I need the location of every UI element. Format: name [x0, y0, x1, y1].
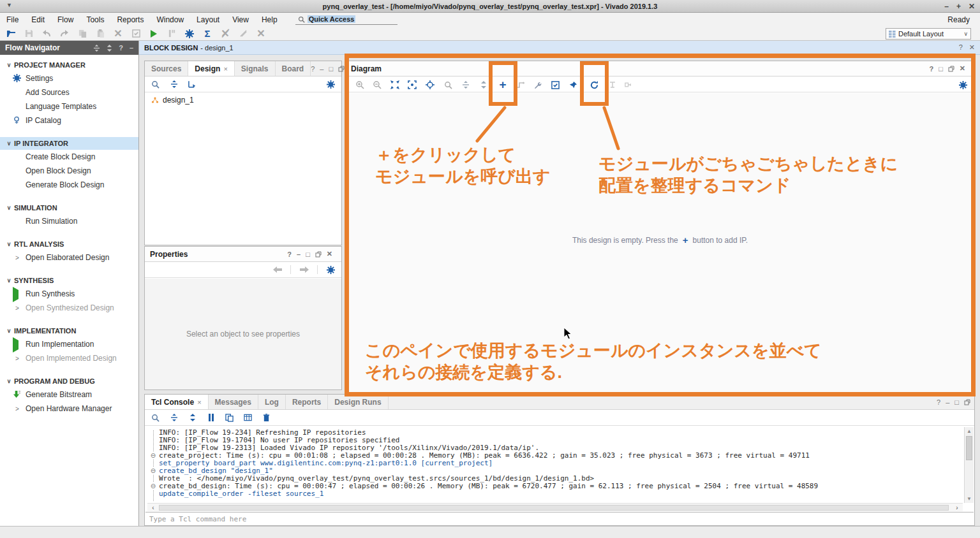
section-project-manager[interactable]: ∨ PROJECT MANAGER	[0, 59, 138, 71]
paste-icon[interactable]	[94, 28, 106, 40]
copy-icon[interactable]	[224, 412, 235, 423]
float-panel-icon[interactable]	[338, 66, 345, 72]
float-panel-icon[interactable]	[964, 399, 970, 405]
cancel-run-icon[interactable]: ✕̸	[219, 28, 231, 40]
close-tab-icon[interactable]: ×	[197, 398, 201, 406]
regenerate-layout-icon[interactable]	[588, 78, 600, 91]
tab-design[interactable]: Design×	[188, 61, 234, 76]
autofit-target-icon[interactable]	[424, 78, 436, 91]
collapse-node-icon[interactable]: ⊖	[149, 483, 157, 490]
maximize-panel-icon[interactable]: □	[939, 65, 943, 73]
tcl-command-input[interactable]	[145, 513, 974, 525]
help-icon[interactable]: ?	[287, 251, 292, 258]
delete-icon[interactable]: ✕	[112, 28, 124, 40]
minimize-panel-icon[interactable]: –	[297, 251, 301, 258]
interface-icon[interactable]	[606, 78, 619, 91]
expand-all-icon[interactable]	[187, 412, 198, 423]
maximize-panel-icon[interactable]: □	[954, 398, 959, 406]
port-icon[interactable]	[622, 78, 635, 91]
section-simulation[interactable]: ∨ SIMULATION	[0, 201, 138, 214]
zoom-fit-icon[interactable]	[389, 78, 401, 91]
run-icon[interactable]	[148, 28, 160, 40]
section-program-and-debug[interactable]: ∨ PROGRAM AND DEBUG	[0, 375, 138, 388]
collapse-all-icon[interactable]	[168, 79, 179, 90]
sidebar-item-run-synthesis[interactable]: Run Synthesis	[0, 287, 138, 301]
layout-selector[interactable]: Default Layout ∨	[886, 28, 971, 40]
sidebar-item-open-elaborated-design[interactable]: > Open Elaborated Design	[0, 251, 138, 265]
collapse-all-icon[interactable]	[93, 45, 100, 52]
help-icon[interactable]: ?	[929, 65, 933, 73]
search-icon[interactable]	[442, 78, 454, 91]
scrollbar-thumb[interactable]	[159, 505, 949, 511]
sidebar-item-ip-catalog[interactable]: IP Catalog	[0, 113, 138, 127]
minimize-panel-icon[interactable]: –	[946, 398, 949, 406]
customize-wrench-icon[interactable]	[531, 78, 544, 91]
close-icon[interactable]: ✕	[969, 43, 975, 52]
tab-messages[interactable]: Messages	[209, 395, 258, 409]
tab-sources[interactable]: Sources	[145, 61, 188, 76]
scroll-up-icon[interactable]: ▲	[965, 428, 974, 434]
search-icon[interactable]	[150, 412, 161, 423]
section-ip-integrator[interactable]: ∨ IP INTEGRATOR	[0, 137, 138, 150]
sidebar-item-add-sources[interactable]: Add Sources	[0, 85, 138, 99]
clear-trash-icon[interactable]	[261, 412, 272, 423]
sidebar-item-generate-block-design[interactable]: Generate Block Design	[0, 178, 138, 192]
validate-design-icon[interactable]	[549, 78, 561, 91]
gear-icon[interactable]	[325, 79, 336, 90]
route-icon[interactable]	[514, 78, 526, 91]
pin-icon[interactable]	[567, 78, 579, 91]
report-sigma-icon[interactable]: Σ	[202, 28, 213, 40]
pause-output-icon[interactable]	[205, 412, 216, 423]
scrollbar-thumb[interactable]	[966, 436, 972, 460]
table-view-icon[interactable]	[242, 412, 253, 423]
help-icon[interactable]: ?	[937, 398, 940, 406]
menu-view[interactable]: View	[226, 13, 255, 27]
close-icon[interactable]: ✕	[960, 64, 965, 73]
menu-edit[interactable]: Edit	[25, 13, 51, 27]
close-window-icon[interactable]: ✕	[969, 2, 975, 11]
help-icon[interactable]: ?	[119, 44, 123, 52]
validate-icon[interactable]	[130, 28, 142, 40]
forward-arrow-icon[interactable]	[299, 265, 309, 275]
gear-icon[interactable]	[325, 265, 336, 275]
settings-gear-icon[interactable]	[184, 28, 195, 40]
maximize-window-icon[interactable]: +	[956, 2, 961, 11]
sidebar-item-open-synthesized-design[interactable]: > Open Synthesized Design	[0, 301, 138, 315]
sidebar-item-create-block-design[interactable]: Create Block Design	[0, 150, 138, 164]
minimize-panel-icon[interactable]: –	[320, 65, 323, 73]
collapse-node-icon[interactable]: ⊖	[149, 452, 157, 460]
help-icon[interactable]: ?	[311, 65, 315, 73]
menu-reports[interactable]: Reports	[110, 13, 150, 27]
float-panel-icon[interactable]	[948, 66, 954, 72]
sidebar-item-open-implemented-design[interactable]: > Open Implemented Design	[0, 351, 138, 365]
tab-log[interactable]: Log	[258, 395, 286, 409]
section-rtl-analysis[interactable]: ∨ RTL ANALYSIS	[0, 238, 138, 251]
scroll-left-icon[interactable]: ‹	[147, 504, 159, 511]
scroll-down-icon[interactable]: ▼	[965, 496, 974, 502]
tab-tcl-console[interactable]: Tcl Console×	[145, 395, 209, 409]
horizontal-scrollbar[interactable]: ‹ ›	[147, 503, 963, 511]
zoom-in-icon[interactable]	[353, 78, 366, 91]
maximize-panel-icon[interactable]: □	[306, 251, 310, 258]
link-icon[interactable]	[237, 28, 249, 40]
quick-access-search[interactable]: Quick Access	[295, 15, 397, 25]
sidebar-item-generate-bitstream[interactable]: Generate Bitstream	[0, 388, 138, 402]
zoom-to-selection-icon[interactable]	[406, 78, 419, 91]
sidebar-item-language-templates[interactable]: Language Templates	[0, 99, 138, 113]
tab-signals[interactable]: Signals	[235, 61, 276, 76]
collapse-all-icon[interactable]	[459, 78, 472, 91]
program-device-icon[interactable]	[166, 28, 177, 40]
open-project-icon[interactable]	[5, 28, 17, 40]
section-implementation[interactable]: ∨ IMPLEMENTATION	[0, 324, 138, 337]
tab-reports[interactable]: Reports	[286, 395, 328, 409]
redo-icon[interactable]	[59, 28, 70, 40]
minimize-window-icon[interactable]: –	[944, 2, 949, 11]
undo-icon[interactable]	[41, 28, 52, 40]
collapse-all-icon[interactable]	[168, 412, 179, 423]
sidebar-item-open-hardware-manager[interactable]: > Open Hardware Manager	[0, 402, 138, 416]
zoom-out-icon[interactable]	[371, 78, 383, 91]
sidebar-item-settings[interactable]: Settings	[0, 71, 138, 85]
copy-icon[interactable]	[77, 28, 88, 40]
tree-item-design-1[interactable]: design_1	[145, 92, 341, 105]
tab-design-runs[interactable]: Design Runs	[328, 395, 388, 409]
